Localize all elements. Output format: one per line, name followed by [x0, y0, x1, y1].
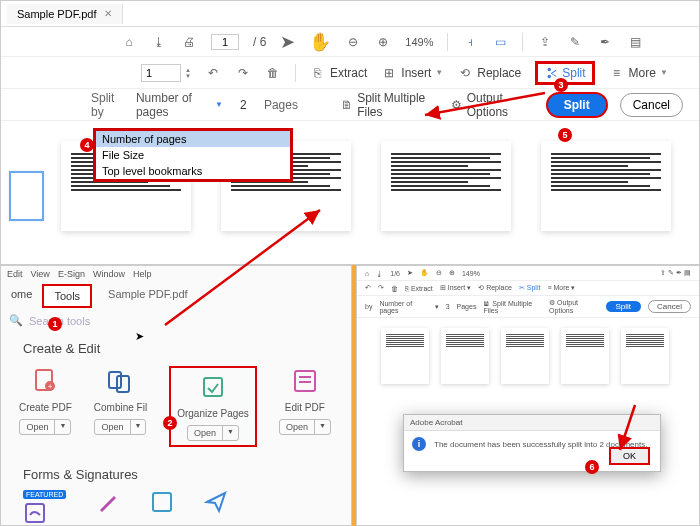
document-tab[interactable]: Sample PDF.pdf ✕ — [7, 4, 123, 24]
send-icon[interactable] — [204, 490, 228, 514]
sign-pen-icon[interactable] — [96, 490, 120, 514]
replace-button[interactable]: ⟲Replace — [457, 65, 521, 81]
organize-icon — [198, 372, 228, 402]
sign-icon[interactable]: ✒ — [597, 34, 613, 50]
split-action-button[interactable]: Split — [546, 92, 608, 118]
menu-option-bookmarks[interactable]: Top level bookmarks — [96, 163, 290, 179]
home-icon[interactable]: ⌂ — [121, 34, 137, 50]
organize-pages-card[interactable]: Organize Pages Open▼ — [169, 366, 257, 447]
open-dropdown[interactable]: Open▼ — [19, 419, 71, 435]
document-tabs: Sample PDF.pdf ✕ — [1, 1, 699, 27]
more-mini[interactable]: ≡ More ▾ — [547, 284, 575, 292]
separator — [522, 33, 523, 51]
zoom-level[interactable]: 149% — [405, 36, 433, 48]
menu-view[interactable]: View — [31, 269, 50, 279]
split-label: Split — [562, 66, 585, 80]
thumb[interactable] — [621, 328, 669, 384]
split-multiple-label: Split Multiple Files — [357, 91, 437, 119]
page-number-input[interactable] — [211, 34, 239, 50]
zoom-out-icon[interactable]: ⊖ — [345, 34, 361, 50]
split-button-mini[interactable]: Split — [606, 301, 642, 312]
print-icon[interactable]: 🖨 — [181, 34, 197, 50]
extract-mini[interactable]: ⎘ Extract — [405, 285, 433, 292]
search-icon: 🔍 — [9, 314, 23, 327]
spinner-steppers[interactable]: ▲▼ — [185, 67, 191, 79]
split-mode-dropdown[interactable]: Number of pages ▼ — [136, 91, 223, 119]
fill-sign-card[interactable]: FEATURED — [23, 490, 66, 526]
menu-window[interactable]: Window — [93, 269, 125, 279]
files-icon: 🗎 — [340, 97, 353, 113]
thumb[interactable] — [501, 328, 549, 384]
form-icon[interactable] — [150, 490, 174, 514]
more-button[interactable]: ≡More▼ — [609, 65, 668, 81]
pointer-tool-icon[interactable]: ➤ — [280, 31, 295, 53]
svg-rect-4 — [117, 376, 129, 392]
chevron-down-icon: ▼ — [215, 100, 223, 109]
main-tabs: ome Tools Sample PDF.pdf — [1, 284, 351, 308]
cursor-icon: ➤ — [135, 330, 144, 343]
replace-mini[interactable]: ⟲ Replace — [478, 284, 512, 292]
create-pdf-card[interactable]: + Create PDF Open▼ — [19, 366, 72, 447]
separator — [447, 33, 448, 51]
document-tab[interactable]: Sample PDF.pdf — [98, 284, 197, 308]
page-view-icon[interactable]: ▭ — [492, 34, 508, 50]
close-icon[interactable]: ✕ — [104, 8, 112, 19]
callout-6: 6 — [585, 460, 599, 474]
menu-esign[interactable]: E-Sign — [58, 269, 85, 279]
zoom-in-icon[interactable]: ⊕ — [375, 34, 391, 50]
more-tools-icon[interactable]: ▤ — [627, 34, 643, 50]
rotate-ccw-icon[interactable]: ↶ — [205, 65, 221, 81]
main-acrobat-window: Sample PDF.pdf ✕ ⌂ ⭳ 🖨 / 6 ➤ ✋ ⊖ ⊕ 149% … — [0, 0, 700, 265]
cancel-button-mini[interactable]: Cancel — [648, 300, 691, 313]
menu-option-pages[interactable]: Number of pages — [96, 131, 290, 147]
home-tab[interactable]: ome — [1, 284, 42, 308]
pages-count[interactable]: 2 — [235, 97, 252, 113]
svg-rect-3 — [109, 372, 121, 388]
edit-pdf-card[interactable]: Edit PDF Open▼ — [279, 366, 331, 447]
forms-tools: FEATURED — [1, 490, 351, 526]
fit-width-icon[interactable]: ⫞ — [462, 34, 478, 50]
thumb[interactable] — [561, 328, 609, 384]
cancel-button[interactable]: Cancel — [620, 93, 683, 117]
open-dropdown[interactable]: Open▼ — [279, 419, 331, 435]
rotate-cw-icon[interactable]: ↷ — [235, 65, 251, 81]
split-multiple-button[interactable]: 🗎Split Multiple Files — [340, 91, 438, 119]
tools-tab[interactable]: Tools — [42, 284, 92, 308]
callout-3: 3 — [554, 78, 568, 92]
insert-button[interactable]: ⊞Insert▼ — [381, 65, 443, 81]
mini-toolbar1: ⌂⭳1/6➤✋⊖⊕149% ⇪ ✎ ✒ ▤ — [357, 266, 699, 281]
separator — [295, 64, 296, 82]
create-pdf-icon: + — [30, 366, 60, 396]
page-thumb[interactable] — [541, 141, 671, 231]
thumb[interactable] — [381, 328, 429, 384]
menu-bar: Edit View E-Sign Window Help — [1, 266, 351, 282]
ok-button[interactable]: OK — [609, 447, 650, 465]
selected-page-thumb[interactable] — [9, 171, 44, 221]
hand-tool-icon[interactable]: ✋ — [309, 31, 331, 53]
combine-icon — [105, 366, 135, 396]
trash-icon[interactable]: 🗑 — [265, 65, 281, 81]
combine-files-card[interactable]: Combine Fil Open▼ — [94, 366, 147, 447]
save-icon[interactable]: ⭳ — [151, 34, 167, 50]
page-spinner[interactable]: ▲▼ — [141, 64, 191, 82]
menu-option-filesize[interactable]: File Size — [96, 147, 290, 163]
share-icon[interactable]: ⇪ — [537, 34, 553, 50]
output-options-button[interactable]: ⚙Output Options — [449, 91, 533, 119]
split-result-window: ⌂⭳1/6➤✋⊖⊕149% ⇪ ✎ ✒ ▤ ↶↷🗑 ⎘ Extract ⊞ In… — [356, 265, 700, 526]
menu-edit[interactable]: Edit — [7, 269, 23, 279]
open-dropdown[interactable]: Open▼ — [187, 425, 239, 441]
page-thumb[interactable] — [381, 141, 511, 231]
insert-mini[interactable]: ⊞ Insert ▾ — [440, 284, 471, 292]
extract-button[interactable]: ⎘Extract — [310, 65, 367, 81]
dialog-title: Adobe Acrobat — [404, 415, 660, 431]
combine-label: Combine Fil — [94, 402, 147, 413]
split-mini[interactable]: ✂ Split — [519, 284, 541, 292]
highlighter-icon[interactable]: ✎ — [567, 34, 583, 50]
thumb[interactable] — [441, 328, 489, 384]
menu-help[interactable]: Help — [133, 269, 152, 279]
section-forms: Forms & Signatures — [1, 447, 351, 490]
extract-icon: ⎘ — [310, 65, 326, 81]
open-dropdown[interactable]: Open▼ — [94, 419, 146, 435]
svg-rect-5 — [204, 378, 222, 396]
spinner-input[interactable] — [141, 64, 181, 82]
